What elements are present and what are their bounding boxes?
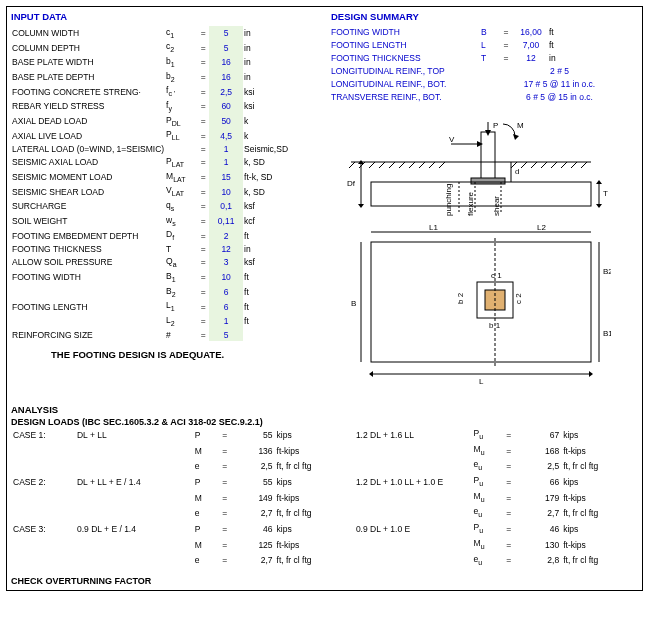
equals: = [197, 214, 209, 229]
reinf-row: TRANSVERSE REINF., BOT.6 # 5 @ 15 in o.c… [331, 91, 638, 104]
result-unit-u: ft, fr cl ftg [561, 553, 638, 569]
input-unit: in [243, 41, 293, 56]
load-combo [75, 505, 193, 521]
equals: = [500, 521, 518, 537]
equals: = [500, 474, 518, 490]
label-punching: punching [444, 184, 453, 216]
equals: = [216, 505, 234, 521]
analysis-row: CASE 1:DL + LLP=55kips1.2 DL + 1.6 LLPu=… [11, 427, 638, 443]
svg-marker-48 [589, 371, 593, 377]
label-L: L [479, 377, 484, 386]
equals: = [216, 458, 234, 474]
svg-line-12 [521, 162, 527, 168]
result-symbol: P [193, 521, 216, 537]
input-unit: ksi [243, 99, 293, 114]
equals: = [197, 70, 209, 85]
input-value[interactable]: 5 [209, 41, 243, 56]
result-symbol: M [193, 490, 216, 506]
result-symbol: e [193, 553, 216, 569]
case-name [11, 458, 75, 474]
input-label: SEISMIC MOMENT LOAD [11, 170, 165, 185]
input-value[interactable]: 15 [209, 170, 243, 185]
svg-line-5 [389, 162, 395, 168]
equals: = [197, 26, 209, 41]
result-value-u: 2,7 [518, 505, 562, 521]
input-value[interactable]: 2 [209, 229, 243, 244]
input-value[interactable]: 0,11 [209, 214, 243, 229]
input-value[interactable]: 1 [209, 144, 243, 156]
input-value[interactable]: 3 [209, 256, 243, 271]
input-symbol: fy [165, 99, 197, 114]
load-combo-u [354, 490, 472, 506]
label-M: M [517, 122, 524, 130]
equals: = [197, 185, 209, 200]
svg-line-15 [551, 162, 557, 168]
result-symbol-u: Mu [472, 537, 500, 553]
result-symbol: P [193, 427, 216, 443]
input-unit: in [243, 70, 293, 85]
summary-title: DESIGN SUMMARY [331, 11, 638, 22]
input-unit: in [243, 244, 293, 256]
input-symbol: fc ' [165, 85, 197, 100]
case-name [11, 537, 75, 553]
equals: = [197, 55, 209, 70]
summary-symbol: B [481, 26, 499, 39]
label-L2: L2 [537, 223, 546, 232]
input-value[interactable]: 4,5 [209, 129, 243, 144]
input-value[interactable]: 16 [209, 55, 243, 70]
input-value[interactable]: 2,5 [209, 85, 243, 100]
input-value[interactable]: 50 [209, 114, 243, 129]
input-value[interactable]: 0,1 [209, 200, 243, 215]
equals: = [197, 229, 209, 244]
reinf-label: LONGITUDINAL REINF., TOP [331, 65, 481, 78]
input-value[interactable]: 6 [209, 300, 243, 315]
result-unit: kips [275, 474, 354, 490]
result-value: 149 [234, 490, 275, 506]
reinf-value: 6 # 5 @ 15 in o.c. [481, 91, 638, 104]
input-value[interactable]: 5 [209, 26, 243, 41]
result-unit: ft, fr cl ftg [275, 505, 354, 521]
input-label: BASE PLATE WIDTH [11, 55, 165, 70]
label-b2: b 2 [456, 292, 465, 304]
input-value[interactable]: 10 [209, 185, 243, 200]
result-symbol-u: eu [472, 553, 500, 569]
equals: = [197, 114, 209, 129]
load-combo-u [354, 505, 472, 521]
input-value[interactable]: 60 [209, 99, 243, 114]
input-value[interactable]: 5 [209, 329, 243, 341]
input-value[interactable]: 1 [209, 156, 243, 171]
case-name [11, 443, 75, 459]
summary-symbol: T [481, 52, 499, 65]
svg-line-7 [409, 162, 415, 168]
result-symbol-u: Pu [472, 521, 500, 537]
result-value: 2,7 [234, 505, 275, 521]
input-symbol: Qa [165, 256, 197, 271]
equals: = [216, 443, 234, 459]
result-unit-u: ft-kips [561, 443, 638, 459]
input-label: COLUMN WIDTH [11, 26, 165, 41]
result-unit-u: ft-kips [561, 490, 638, 506]
input-value[interactable]: 16 [209, 70, 243, 85]
case-name [11, 553, 75, 569]
result-unit-u: kips [561, 474, 638, 490]
input-row: FOOTING WIDTHB1=10ft [11, 270, 293, 285]
equals: = [500, 458, 518, 474]
equals: = [499, 39, 513, 52]
load-combo-u: 1.2 DL + 1.0 LL + 1.0 E [354, 474, 472, 490]
input-value[interactable]: 10 [209, 270, 243, 285]
analysis-row: e=2,5ft, fr cl ftgeu=2,5ft, fr cl ftg [11, 458, 638, 474]
input-value[interactable]: 6 [209, 285, 243, 300]
reinf-label: TRANSVERSE REINF., BOT. [331, 91, 481, 104]
equals: = [197, 41, 209, 56]
input-row: BASE PLATE DEPTHb2=16in [11, 70, 293, 85]
input-symbol: L1 [165, 300, 197, 315]
input-symbol: Df [165, 229, 197, 244]
result-unit: kips [275, 521, 354, 537]
equals: = [500, 537, 518, 553]
input-value[interactable]: 12 [209, 244, 243, 256]
input-value[interactable]: 1 [209, 314, 243, 329]
result-unit: ft-kips [275, 490, 354, 506]
input-unit: in [243, 55, 293, 70]
result-unit: kips [275, 427, 354, 443]
result-symbol: M [193, 443, 216, 459]
